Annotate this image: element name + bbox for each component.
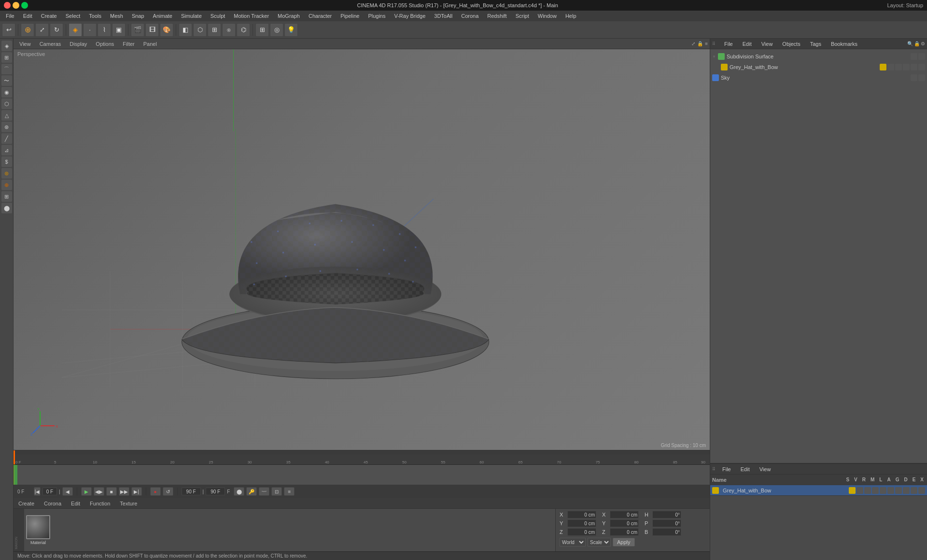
attr-menu-view[interactable]: View [757,465,774,473]
menu-corona[interactable]: Corona [457,12,482,20]
play-reverse-button[interactable]: ◀▶ [94,487,104,496]
hat-tag-4[interactable] [903,64,910,70]
view-shading-button[interactable]: ◧ [179,23,192,37]
y-rot-input[interactable] [652,519,681,527]
material-preview-1[interactable] [26,515,50,539]
edge-mode-button[interactable]: ⌇ [98,23,111,37]
hat-tag-6[interactable] [918,64,925,70]
play-end-button[interactable]: ▶| [131,487,142,496]
menu-pipeline[interactable]: Pipeline [337,12,363,20]
end-frame-input[interactable] [182,488,201,495]
attr-tag-9[interactable] [911,487,917,494]
maximize-button[interactable] [21,2,28,9]
attr-row-grey-hat[interactable]: Grey_Hat_with_Bow [710,485,927,496]
fps-input[interactable] [206,488,225,495]
menu-sculpt[interactable]: Sculpt [207,12,229,20]
menu-redshift[interactable]: Redshift [483,12,510,20]
timeline-ruler[interactable]: 0 F 5 10 15 20 25 30 35 40 45 50 55 60 6… [14,454,710,465]
deform-button[interactable]: ⍟ [222,23,236,37]
viewport-lock-icon[interactable]: 🔒 [697,41,703,46]
obj-row-subdivision[interactable]: ▼ Subdivision Surface [710,51,927,62]
menu-simulate[interactable]: Simulate [177,12,206,20]
sidebar-tool9-icon[interactable]: ⊿ [1,145,12,155]
sidebar-tool11-icon[interactable]: ⊛ [1,168,12,179]
z-size-input[interactable] [610,528,639,536]
tab-create[interactable]: Create [15,500,37,507]
x-size-input[interactable] [610,511,639,518]
obj-menu-view[interactable]: View [758,40,776,48]
attr-tag-2[interactable] [857,487,863,494]
obj-menu-edit[interactable]: Edit [740,40,755,48]
x-pos-input[interactable] [567,511,596,518]
keyframe-button[interactable]: ⬤ [234,487,244,496]
z-pos-input[interactable] [567,528,596,536]
sidebar-poly-icon[interactable]: ◉ [1,87,12,98]
material-slot-1[interactable]: Material [26,515,50,545]
editor-button[interactable]: ≡ [284,487,295,496]
tab-cameras[interactable]: Cameras [36,40,65,48]
render-button[interactable]: 🎬 [131,23,144,37]
menu-3dtoa[interactable]: 3DToAll [430,12,456,20]
sidebar-spline-icon[interactable]: 〜 [1,75,12,86]
render-queue-button[interactable]: 🎨 [160,23,173,37]
preview-button[interactable]: ⊡ [271,487,282,496]
sidebar-grid-icon[interactable]: ⊞ [1,191,12,202]
render-settings-button[interactable]: 🎞 [145,23,159,37]
y-pos-input[interactable] [567,519,596,527]
sidebar-tool7-icon[interactable]: ⊛ [1,122,12,132]
sidebar-tool6-icon[interactable]: △ [1,110,12,121]
attr-tag-6[interactable] [887,487,894,494]
attr-menu-file[interactable]: File [719,465,734,473]
y-size-input[interactable] [610,519,639,527]
timeline-scrubber-area[interactable] [14,450,710,454]
hat-tag-2[interactable] [887,64,894,70]
tag-2[interactable] [918,53,925,60]
collapse-arrow-subdivision[interactable]: ▼ [712,55,716,59]
sky-tag-1[interactable] [911,74,917,81]
viewport-3d[interactable]: Perspective [14,49,710,450]
frame-step-back-button[interactable]: |◀ [34,487,41,496]
tab-panel[interactable]: Panel [140,40,161,48]
z-rot-input[interactable] [652,528,681,536]
point-mode-button[interactable]: · [83,23,97,37]
menu-character[interactable]: Character [305,12,336,20]
obj-lock-icon[interactable]: 🔒 [914,41,920,46]
sidebar-tool5-icon[interactable]: ⬡ [1,98,12,109]
texture-button[interactable]: ⬡ [193,23,207,37]
menu-mesh[interactable]: Mesh [106,12,127,20]
apply-button[interactable]: Apply [613,538,635,546]
tab-function[interactable]: Function [87,500,113,507]
prev-frame-button[interactable]: ◀ [62,487,73,496]
tag-1[interactable] [911,53,917,60]
grid-button[interactable]: ⊞ [255,23,269,37]
tab-edit[interactable]: Edit [68,500,83,507]
sidebar-texture-icon[interactable]: ⊞ [1,52,12,63]
menu-motion-tracker[interactable]: Motion Tracker [230,12,273,20]
hat-tag-1[interactable] [880,64,886,70]
menu-help[interactable]: Help [562,12,580,20]
menu-window[interactable]: Window [534,12,561,20]
obj-menu-file[interactable]: File [721,40,736,48]
menu-vray[interactable]: V-Ray Bridge [390,12,429,20]
menu-animate[interactable]: Animate [149,12,176,20]
viewport-menu-icon[interactable]: ≡ [705,41,708,46]
tab-view[interactable]: View [15,40,35,48]
wire-button[interactable]: ⊞ [208,23,221,37]
menu-select[interactable]: Select [62,12,84,20]
obj-row-sky[interactable]: Sky [710,72,927,83]
menu-create[interactable]: Create [37,12,61,20]
sidebar-tool10-icon[interactable]: $ [1,156,12,167]
tab-corona[interactable]: Corona [41,500,64,507]
polygon-mode-button[interactable]: ▣ [112,23,126,37]
viewport-expand-icon[interactable]: ⤢ [691,41,695,46]
menu-mograph[interactable]: MoGraph [274,12,304,20]
obj-menu-tags[interactable]: Tags [807,40,824,48]
sidebar-object-icon[interactable]: ◈ [1,41,12,51]
attr-tag-5[interactable] [880,487,886,494]
play-forward-button[interactable]: ▶▶ [119,487,129,496]
motion-path-button[interactable]: 〰 [259,487,269,496]
coord-mode-select[interactable]: Scale Size [588,538,611,546]
iso-button[interactable]: ⌬ [237,23,250,37]
hat-tag-5[interactable] [911,64,917,70]
obj-menu-objects[interactable]: Objects [779,40,803,48]
